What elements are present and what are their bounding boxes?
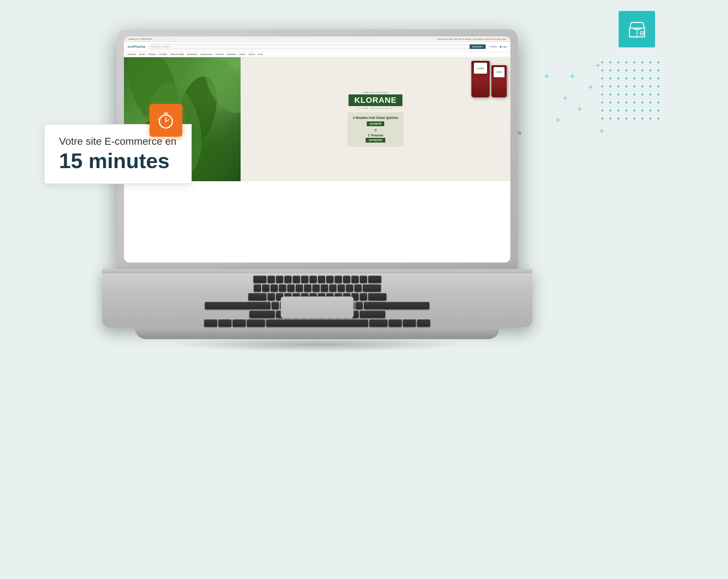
product-bottle-1: KLORANE xyxy=(471,61,490,97)
nav-visage: VISAGE xyxy=(248,53,255,55)
site-header: ecoPharma Rechercher un produit Recherch… xyxy=(124,42,510,52)
topbar-left: Available 24/7 at 0664460279 xyxy=(128,38,152,40)
key-f6 xyxy=(310,276,317,283)
site-logo: ecoPharma xyxy=(128,45,145,48)
nav-fitness: FITNESS xyxy=(148,53,156,55)
promo-text2: 1 Trousse xyxy=(353,133,398,137)
plus-decoration: + xyxy=(588,82,593,92)
key-3 xyxy=(279,284,286,292)
plus-decoration: + xyxy=(562,93,568,103)
key-f7 xyxy=(318,276,325,283)
nav-minceur: MINCEUR xyxy=(128,53,136,55)
key-option xyxy=(233,319,246,327)
teal-shop-icon-box xyxy=(619,11,655,47)
key-f4 xyxy=(293,276,300,283)
key-arrow-right xyxy=(417,319,430,327)
key-f9 xyxy=(335,276,342,283)
key-4 xyxy=(287,284,295,292)
key-f11 xyxy=(351,276,359,283)
key-space xyxy=(266,319,368,327)
search-input-display: Rechercher un produit xyxy=(149,44,470,49)
topbar-right: First purchase offer: take 20% off sitew… xyxy=(437,38,507,40)
key-5 xyxy=(296,284,303,292)
key-fn xyxy=(204,319,217,327)
key-f10 xyxy=(343,276,350,283)
key-f12 xyxy=(360,276,367,283)
key-0 xyxy=(338,284,345,292)
nav-corps: CORPS xyxy=(239,53,245,55)
keyboard-hinge xyxy=(102,269,532,273)
nav-dentaire: DENTAIRE xyxy=(227,53,236,55)
search-button: Rechercher xyxy=(470,44,486,49)
klorane-promo: 1 Routine Anti Chute Quinine ACHETÉ = 1 … xyxy=(347,112,404,147)
nav-plus: Plus xyxy=(258,53,263,55)
key-q xyxy=(268,293,275,300)
key-backslash xyxy=(368,293,386,300)
dots-decoration xyxy=(598,58,662,123)
cart-link: 🛒 Panier xyxy=(489,46,497,48)
product-bottle-2: KLORANE xyxy=(491,65,507,97)
key-6 xyxy=(304,284,311,292)
key-rbracket xyxy=(360,293,367,300)
promo-badge2: OFFERTE xyxy=(366,138,385,143)
key-delete xyxy=(368,276,381,283)
timer-badge xyxy=(149,104,182,137)
overlay-title-big: 15 minutes xyxy=(59,149,176,172)
key-7 xyxy=(312,284,320,292)
site-topbar: Available 24/7 at 0664460279 First purch… xyxy=(124,36,510,42)
shop-icon xyxy=(627,19,647,39)
key-return xyxy=(364,302,429,309)
nav-soins: SOINS DU BEBE xyxy=(170,53,184,55)
key-minus xyxy=(346,284,353,292)
key-ctrl xyxy=(218,319,231,327)
key-row-bottom xyxy=(117,319,518,327)
timer-icon xyxy=(156,111,175,130)
plus-decoration: + xyxy=(555,115,560,125)
nav-maquillage: MAQUILLAGE xyxy=(201,53,213,55)
login-link: 👤 Login xyxy=(499,46,507,48)
hero-products: KLORANE KLORANE xyxy=(471,61,507,97)
key-lshift xyxy=(249,311,275,318)
touchpad xyxy=(281,296,354,318)
nav-sport: SPORT xyxy=(139,53,145,55)
laptop-shadow xyxy=(171,337,463,352)
key-f3 xyxy=(284,276,292,283)
promo-eq: = xyxy=(353,128,398,133)
site-nav: MINCEUR SPORT FITNESS HYGIÈNE SOINS DU B… xyxy=(124,52,510,57)
svg-point-11 xyxy=(165,121,167,122)
key-cmd-left xyxy=(247,319,265,327)
key-a xyxy=(272,302,279,309)
key-capslock xyxy=(205,302,270,309)
key-row-numbers xyxy=(117,284,518,292)
search-bar: Rechercher un produit Rechercher xyxy=(148,44,486,49)
overlay-subtitle: Votre site E-commerce en xyxy=(59,136,176,147)
key-rshift xyxy=(360,311,385,318)
plus-decoration: + xyxy=(577,104,582,114)
key-f5 xyxy=(301,276,308,283)
keyboard-body xyxy=(102,269,532,327)
key-backtick xyxy=(254,284,261,292)
plus-decoration: + xyxy=(570,71,575,81)
key-1 xyxy=(262,284,269,292)
promo-text1: 1 Routine Anti Chute Quinine xyxy=(353,116,398,120)
key-arrow-left xyxy=(403,319,416,327)
key-quote xyxy=(355,302,363,309)
site-actions: 🛒 Panier 👤 Login xyxy=(489,46,507,48)
key-f1 xyxy=(268,276,275,283)
klorane-name-text: KLORANE xyxy=(349,94,402,106)
key-9 xyxy=(329,284,336,292)
key-2 xyxy=(270,284,278,292)
nav-maternite: MATERNITÉ xyxy=(187,53,198,55)
nav-hygiene: HYGIÈNE xyxy=(159,53,167,55)
key-backspace xyxy=(363,284,381,292)
key-f8 xyxy=(326,276,334,283)
klorane-lab-text: LABORATOIRES xyxy=(349,92,402,94)
key-row-function xyxy=(117,276,518,283)
klorane-brand: LABORATOIRES KLORANE L'ÂME BOTANIQUE xyxy=(349,92,402,109)
key-8 xyxy=(321,284,328,292)
key-tab xyxy=(248,293,266,300)
key-option-right xyxy=(389,319,402,327)
key-escape xyxy=(253,276,266,283)
promo-badge1: ACHETÉ xyxy=(367,121,385,126)
plus-decoration: + xyxy=(544,71,549,81)
